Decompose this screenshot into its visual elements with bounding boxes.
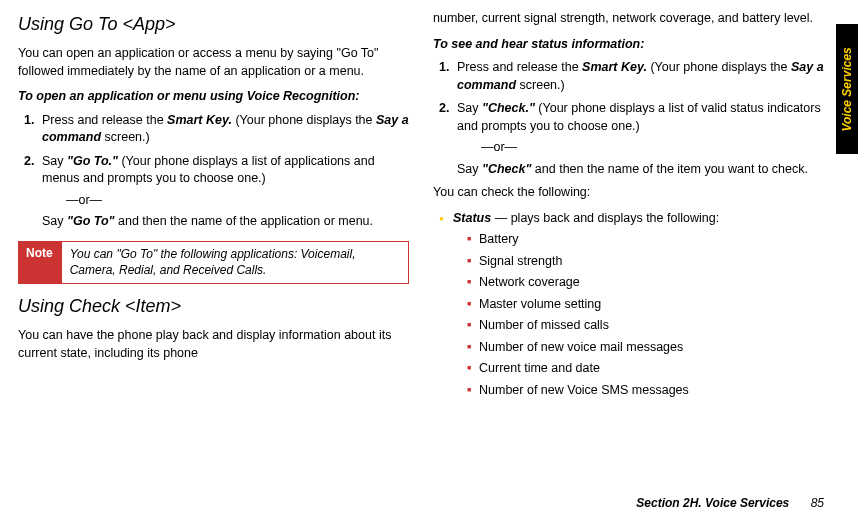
goto-label: "Go To." (67, 154, 118, 168)
right-column: number, current signal strength, network… (433, 10, 824, 470)
check-step-2: 2. Say "Check." (Your phone displays a l… (439, 100, 824, 178)
goto-step-1: 1. Press and release the Smart Key. (You… (24, 112, 409, 147)
step-text: screen.) (101, 130, 150, 144)
step-text: Press and release the (457, 60, 582, 74)
check-list-intro: You can check the following: (433, 184, 824, 202)
note-box: Note You can "Go To" the following appli… (18, 241, 409, 285)
status-bullet: Status — plays back and displays the fol… (433, 210, 824, 400)
step-alt: Say "Check" and then the name of the ite… (457, 161, 824, 179)
left-column: Using Go To <App> You can open an applic… (18, 10, 409, 470)
step-text: screen.) (516, 78, 565, 92)
step-text: and then the name of the application or … (115, 214, 374, 228)
status-label: Status (453, 211, 491, 225)
list-item: Signal strength (467, 253, 824, 271)
step-number: 1. (439, 59, 449, 77)
check-label: "Check." (482, 101, 535, 115)
side-tab: Voice Services (836, 24, 858, 154)
note-body: You can "Go To" the following applicatio… (61, 241, 409, 285)
check-label: "Check" (482, 162, 531, 176)
step-text: Say (457, 101, 482, 115)
footer-page: 85 (811, 496, 824, 510)
side-tab-label: Voice Services (839, 47, 856, 131)
list-item: Number of missed calls (467, 317, 824, 335)
list-item: Battery (467, 231, 824, 249)
note-label: Note (18, 241, 61, 285)
check-subheading: To see and hear status information: (433, 36, 824, 54)
step-text: and then the name of the item you want t… (531, 162, 808, 176)
goto-step-2: 2. Say "Go To." (Your phone displays a l… (24, 153, 409, 231)
list-item: Current time and date (467, 360, 824, 378)
check-step-1: 1. Press and release the Smart Key. (You… (439, 59, 824, 94)
step-number: 1. (24, 112, 34, 130)
step-text: (Your phone displays the (232, 113, 376, 127)
list-item: Number of new voice mail messages (467, 339, 824, 357)
status-sublist: Battery Signal strength Network coverage… (453, 231, 824, 399)
heading-goto: Using Go To <App> (18, 12, 409, 37)
check-intro: You can have the phone play back and dis… (18, 327, 409, 362)
check-steps: 1. Press and release the Smart Key. (You… (433, 59, 824, 178)
step-text: Say (42, 154, 67, 168)
goto-steps: 1. Press and release the Smart Key. (You… (18, 112, 409, 231)
step-text: Say (457, 162, 482, 176)
footer-section: Section 2H. Voice Services (636, 496, 789, 510)
goto-subheading: To open an application or menu using Voi… (18, 88, 409, 106)
page-content: Using Go To <App> You can open an applic… (0, 0, 864, 480)
status-item: Status — plays back and displays the fol… (439, 210, 824, 400)
list-item: Network coverage (467, 274, 824, 292)
list-item: Number of new Voice SMS messages (467, 382, 824, 400)
list-item: Master volume setting (467, 296, 824, 314)
or-separator: —or— (481, 139, 824, 157)
step-text: Say (42, 214, 67, 228)
step-text: (Your phone displays the (647, 60, 791, 74)
check-intro-cont: number, current signal strength, network… (433, 10, 824, 28)
step-text: Press and release the (42, 113, 167, 127)
or-separator: —or— (66, 192, 409, 210)
goto-intro: You can open an application or access a … (18, 45, 409, 80)
goto-label: "Go To" (67, 214, 115, 228)
page-footer: Section 2H. Voice Services 85 (636, 495, 824, 512)
step-alt: Say "Go To" and then the name of the app… (42, 213, 409, 231)
status-text: — plays back and displays the following: (491, 211, 719, 225)
smart-key-label: Smart Key. (582, 60, 647, 74)
heading-check: Using Check <Item> (18, 294, 409, 319)
step-number: 2. (439, 100, 449, 118)
smart-key-label: Smart Key. (167, 113, 232, 127)
step-number: 2. (24, 153, 34, 171)
